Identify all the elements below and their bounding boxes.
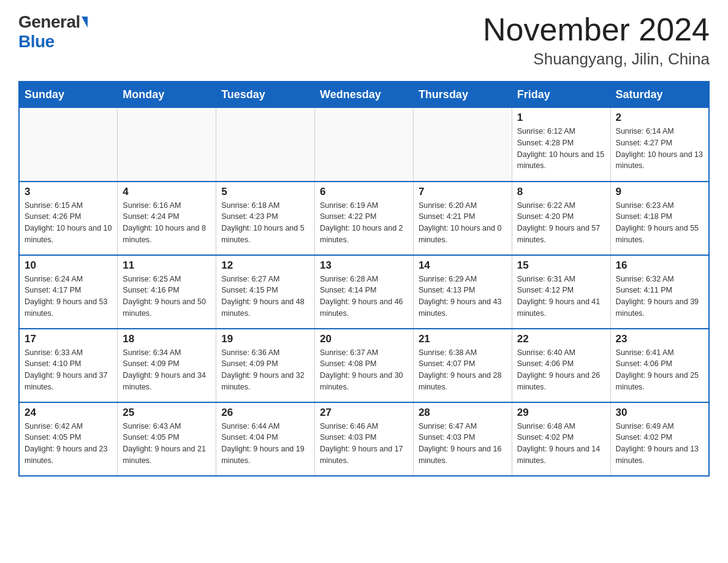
day-number: 18 bbox=[123, 333, 211, 345]
calendar-cell: 5Sunrise: 6:18 AMSunset: 4:23 PMDaylight… bbox=[216, 182, 315, 255]
day-info: Sunrise: 6:18 AMSunset: 4:23 PMDaylight:… bbox=[221, 200, 309, 246]
calendar-cell: 25Sunrise: 6:43 AMSunset: 4:05 PMDayligh… bbox=[118, 402, 216, 476]
day-info: Sunrise: 6:23 AMSunset: 4:18 PMDaylight:… bbox=[616, 200, 703, 246]
day-number: 16 bbox=[616, 259, 703, 272]
calendar-cell: 2Sunrise: 6:14 AMSunset: 4:27 PMDaylight… bbox=[610, 108, 709, 182]
calendar-cell: 27Sunrise: 6:46 AMSunset: 4:03 PMDayligh… bbox=[315, 402, 414, 476]
day-number: 11 bbox=[123, 259, 211, 272]
calendar-cell: 16Sunrise: 6:32 AMSunset: 4:11 PMDayligh… bbox=[610, 255, 709, 329]
day-info: Sunrise: 6:42 AMSunset: 4:05 PMDaylight:… bbox=[25, 421, 112, 467]
day-info: Sunrise: 6:41 AMSunset: 4:06 PMDaylight:… bbox=[616, 347, 703, 393]
day-header-monday: Monday bbox=[118, 82, 216, 108]
day-info: Sunrise: 6:36 AMSunset: 4:09 PMDaylight:… bbox=[221, 347, 309, 393]
logo-arrow-icon bbox=[82, 17, 88, 28]
calendar-cell: 14Sunrise: 6:29 AMSunset: 4:13 PMDayligh… bbox=[413, 255, 512, 329]
day-info: Sunrise: 6:43 AMSunset: 4:05 PMDaylight:… bbox=[123, 421, 211, 467]
day-number: 29 bbox=[517, 407, 605, 419]
day-info: Sunrise: 6:33 AMSunset: 4:10 PMDaylight:… bbox=[25, 347, 112, 393]
calendar-cell: 13Sunrise: 6:28 AMSunset: 4:14 PMDayligh… bbox=[315, 255, 414, 329]
day-number: 9 bbox=[616, 186, 703, 198]
day-info: Sunrise: 6:25 AMSunset: 4:16 PMDaylight:… bbox=[123, 274, 211, 320]
day-number: 30 bbox=[616, 407, 703, 419]
day-info: Sunrise: 6:37 AMSunset: 4:08 PMDaylight:… bbox=[320, 347, 408, 393]
day-info: Sunrise: 6:32 AMSunset: 4:11 PMDaylight:… bbox=[616, 274, 703, 320]
calendar-cell: 12Sunrise: 6:27 AMSunset: 4:15 PMDayligh… bbox=[216, 255, 315, 329]
day-number: 28 bbox=[419, 407, 507, 419]
day-number: 25 bbox=[123, 407, 211, 419]
calendar-week-row: 10Sunrise: 6:24 AMSunset: 4:17 PMDayligh… bbox=[19, 255, 709, 329]
day-number: 20 bbox=[320, 333, 408, 345]
day-info: Sunrise: 6:31 AMSunset: 4:12 PMDaylight:… bbox=[517, 274, 605, 320]
day-info: Sunrise: 6:29 AMSunset: 4:13 PMDaylight:… bbox=[419, 274, 507, 320]
calendar-cell bbox=[413, 108, 512, 182]
day-number: 1 bbox=[517, 112, 605, 124]
day-number: 12 bbox=[221, 259, 309, 272]
day-info: Sunrise: 6:20 AMSunset: 4:21 PMDaylight:… bbox=[419, 200, 507, 246]
day-number: 15 bbox=[517, 259, 605, 272]
calendar-cell bbox=[216, 108, 315, 182]
calendar-cell: 22Sunrise: 6:40 AMSunset: 4:06 PMDayligh… bbox=[512, 329, 610, 402]
calendar-cell: 1Sunrise: 6:12 AMSunset: 4:28 PMDaylight… bbox=[512, 108, 610, 182]
day-info: Sunrise: 6:49 AMSunset: 4:02 PMDaylight:… bbox=[616, 421, 703, 467]
calendar-cell: 19Sunrise: 6:36 AMSunset: 4:09 PMDayligh… bbox=[216, 329, 315, 402]
calendar-table: SundayMondayTuesdayWednesdayThursdayFrid… bbox=[18, 81, 710, 477]
calendar-cell: 29Sunrise: 6:48 AMSunset: 4:02 PMDayligh… bbox=[512, 402, 610, 476]
day-info: Sunrise: 6:22 AMSunset: 4:20 PMDaylight:… bbox=[517, 200, 605, 246]
day-number: 8 bbox=[517, 186, 605, 198]
calendar-week-row: 3Sunrise: 6:15 AMSunset: 4:26 PMDaylight… bbox=[19, 182, 709, 255]
logo-general-text: General bbox=[18, 12, 80, 32]
day-number: 23 bbox=[616, 333, 703, 345]
location: Shuangyang, Jilin, China bbox=[483, 50, 710, 69]
calendar-cell: 21Sunrise: 6:38 AMSunset: 4:07 PMDayligh… bbox=[413, 329, 512, 402]
calendar-cell: 11Sunrise: 6:25 AMSunset: 4:16 PMDayligh… bbox=[118, 255, 216, 329]
calendar-cell: 20Sunrise: 6:37 AMSunset: 4:08 PMDayligh… bbox=[315, 329, 414, 402]
day-info: Sunrise: 6:40 AMSunset: 4:06 PMDaylight:… bbox=[517, 347, 605, 393]
day-info: Sunrise: 6:38 AMSunset: 4:07 PMDaylight:… bbox=[419, 347, 507, 393]
calendar-cell: 24Sunrise: 6:42 AMSunset: 4:05 PMDayligh… bbox=[19, 402, 118, 476]
calendar-cell: 6Sunrise: 6:19 AMSunset: 4:22 PMDaylight… bbox=[315, 182, 414, 255]
calendar-week-row: 17Sunrise: 6:33 AMSunset: 4:10 PMDayligh… bbox=[19, 329, 709, 402]
day-info: Sunrise: 6:44 AMSunset: 4:04 PMDaylight:… bbox=[221, 421, 309, 467]
day-number: 7 bbox=[419, 186, 507, 198]
day-number: 5 bbox=[221, 186, 309, 198]
month-year: November 2024 bbox=[483, 12, 710, 47]
day-number: 4 bbox=[123, 186, 211, 198]
day-number: 22 bbox=[517, 333, 605, 345]
day-header-thursday: Thursday bbox=[413, 82, 512, 108]
day-info: Sunrise: 6:16 AMSunset: 4:24 PMDaylight:… bbox=[123, 200, 211, 246]
calendar-cell: 4Sunrise: 6:16 AMSunset: 4:24 PMDaylight… bbox=[118, 182, 216, 255]
day-header-wednesday: Wednesday bbox=[315, 82, 414, 108]
day-number: 17 bbox=[25, 333, 112, 345]
day-number: 27 bbox=[320, 407, 408, 419]
day-number: 3 bbox=[25, 186, 112, 198]
day-number: 24 bbox=[25, 407, 112, 419]
day-info: Sunrise: 6:12 AMSunset: 4:28 PMDaylight:… bbox=[517, 126, 605, 172]
calendar-cell: 18Sunrise: 6:34 AMSunset: 4:09 PMDayligh… bbox=[118, 329, 216, 402]
day-info: Sunrise: 6:19 AMSunset: 4:22 PMDaylight:… bbox=[320, 200, 408, 246]
calendar-cell: 17Sunrise: 6:33 AMSunset: 4:10 PMDayligh… bbox=[19, 329, 118, 402]
calendar-cell: 7Sunrise: 6:20 AMSunset: 4:21 PMDaylight… bbox=[413, 182, 512, 255]
day-header-tuesday: Tuesday bbox=[216, 82, 315, 108]
calendar-cell: 23Sunrise: 6:41 AMSunset: 4:06 PMDayligh… bbox=[610, 329, 709, 402]
day-header-sunday: Sunday bbox=[19, 82, 118, 108]
day-header-friday: Friday bbox=[512, 82, 610, 108]
day-info: Sunrise: 6:27 AMSunset: 4:15 PMDaylight:… bbox=[221, 274, 309, 320]
day-info: Sunrise: 6:47 AMSunset: 4:03 PMDaylight:… bbox=[419, 421, 507, 467]
calendar-cell: 10Sunrise: 6:24 AMSunset: 4:17 PMDayligh… bbox=[19, 255, 118, 329]
calendar-week-row: 24Sunrise: 6:42 AMSunset: 4:05 PMDayligh… bbox=[19, 402, 709, 476]
logo-blue-text: Blue bbox=[18, 32, 55, 51]
day-info: Sunrise: 6:28 AMSunset: 4:14 PMDaylight:… bbox=[320, 274, 408, 320]
logo: General Blue bbox=[18, 12, 88, 52]
calendar-cell: 3Sunrise: 6:15 AMSunset: 4:26 PMDaylight… bbox=[19, 182, 118, 255]
calendar-cell: 8Sunrise: 6:22 AMSunset: 4:20 PMDaylight… bbox=[512, 182, 610, 255]
day-info: Sunrise: 6:48 AMSunset: 4:02 PMDaylight:… bbox=[517, 421, 605, 467]
title-section: November 2024 Shuangyang, Jilin, China bbox=[483, 12, 710, 69]
calendar-cell: 26Sunrise: 6:44 AMSunset: 4:04 PMDayligh… bbox=[216, 402, 315, 476]
day-info: Sunrise: 6:15 AMSunset: 4:26 PMDaylight:… bbox=[25, 200, 112, 246]
calendar-week-row: 1Sunrise: 6:12 AMSunset: 4:28 PMDaylight… bbox=[19, 108, 709, 182]
day-number: 13 bbox=[320, 259, 408, 272]
calendar-cell: 30Sunrise: 6:49 AMSunset: 4:02 PMDayligh… bbox=[610, 402, 709, 476]
day-number: 6 bbox=[320, 186, 408, 198]
calendar-cell bbox=[19, 108, 118, 182]
calendar-cell: 15Sunrise: 6:31 AMSunset: 4:12 PMDayligh… bbox=[512, 255, 610, 329]
